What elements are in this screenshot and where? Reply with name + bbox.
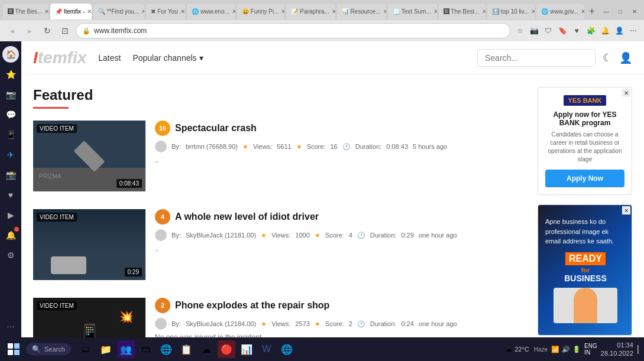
- sidebar-icon-snapshots[interactable]: 📷: [2, 86, 19, 103]
- video-item-3: 📱 💥 VIDEO ITEM 0:24 2 Phone explodes at …: [33, 298, 526, 337]
- apply-now-button[interactable]: Apply Now: [545, 170, 624, 187]
- taskbar-app-6[interactable]: 📊: [238, 340, 255, 358]
- taskbar-network-icon[interactable]: 📶: [551, 346, 559, 353]
- taskbar-battery-icon[interactable]: 🔋: [572, 346, 581, 353]
- nav-latest[interactable]: Latest: [98, 53, 121, 63]
- ad-close-business[interactable]: ✕: [622, 206, 630, 214]
- taskbar-time-display[interactable]: 01:34 28.10.2022: [601, 341, 633, 358]
- tab-4[interactable]: ✖ For You ✕: [145, 3, 186, 19]
- taskbar-app-teams[interactable]: 👥: [117, 340, 135, 358]
- nav-popular-channels[interactable]: Popular channels ▾: [132, 53, 203, 63]
- video-title-row-1: 16 Spectacular crash: [155, 121, 526, 136]
- bookmark-icon[interactable]: 🔖: [556, 25, 568, 37]
- reload-button[interactable]: ↻: [40, 24, 54, 38]
- sidebar-icon-notifications[interactable]: 🔔: [2, 227, 19, 243]
- duration-value-3: 0:24: [401, 320, 413, 327]
- sidebar-icon-messenger[interactable]: 💬: [2, 106, 19, 123]
- author-name-2[interactable]: SkyBlueJack (12181.00): [186, 232, 256, 239]
- windows-icon: [8, 343, 20, 355]
- sidebar-icon-settings[interactable]: ⚙: [2, 247, 19, 264]
- taskbar-app-word[interactable]: W: [258, 340, 276, 358]
- taskbar-app-5[interactable]: ☁: [198, 340, 215, 358]
- address-bar[interactable]: 🔒 www.itemfix.com: [76, 23, 510, 38]
- site-logo[interactable]: Itemfix: [33, 48, 86, 67]
- sidebar-icon-telegram[interactable]: ✈: [2, 147, 19, 163]
- minimize-button[interactable]: —: [599, 4, 613, 18]
- taskbar-app-edge[interactable]: 🌐: [157, 340, 175, 358]
- taskbar-weather-icon: ☁: [505, 345, 512, 353]
- taskbar-app-3[interactable]: 🗃: [137, 340, 155, 358]
- heart-icon[interactable]: ♥: [571, 25, 582, 37]
- taskbar-app-2[interactable]: 📁: [97, 340, 115, 358]
- screenshot-icon[interactable]: 📷: [528, 25, 540, 37]
- tab-11[interactable]: 🔝 top 10 liv... ✕: [487, 3, 536, 19]
- taskbar-app-opera[interactable]: 🔴: [218, 340, 235, 358]
- video-desc-3: No one was injured in the incident..: [155, 333, 526, 337]
- back-button[interactable]: ◂: [5, 24, 19, 38]
- sidebar-icon-instagram[interactable]: 📸: [2, 167, 19, 183]
- taskbar-lang: ENGIN: [584, 343, 597, 356]
- tab-12[interactable]: 🌐 www.gov... ✕: [536, 3, 585, 19]
- tab-6[interactable]: 😄 Funny Pi... ✕: [237, 3, 286, 19]
- yes-bank-body: Candidates can choose a career in retail…: [545, 131, 624, 164]
- ad-close-yes-bank[interactable]: ✕: [622, 89, 630, 97]
- taskbar-app-1[interactable]: 🗂: [77, 340, 95, 358]
- tab-8[interactable]: 📊 Resource... ✕: [336, 3, 387, 19]
- sidebar-icon-more[interactable]: …: [2, 316, 19, 333]
- user-icon[interactable]: 👤: [619, 51, 632, 64]
- author-label: By:: [171, 143, 181, 150]
- notification-icon[interactable]: 🔔: [599, 25, 611, 37]
- account-icon[interactable]: 👤: [613, 25, 625, 37]
- forward-button[interactable]: ▸: [22, 24, 37, 38]
- tab-1[interactable]: 🅱 The Bes... ✕: [2, 3, 49, 19]
- taskbar-search-text: Search: [44, 346, 65, 353]
- video-thumbnail-1[interactable]: PRIZMA VIDEO ITEM 0:08:43: [33, 121, 145, 191]
- views-label-2: Views:: [271, 232, 290, 239]
- video-thumbnail-3[interactable]: 📱 💥 VIDEO ITEM 0:24: [33, 298, 145, 337]
- video-duration-2: 0:29: [125, 268, 142, 277]
- tab-3[interactable]: 🔍 **Find you... ✕: [93, 3, 145, 19]
- tab-10[interactable]: 🅱 The Best... ✕: [438, 3, 486, 19]
- views-count-3: 2573: [295, 320, 309, 327]
- extension-icon[interactable]: 🧩: [585, 25, 597, 37]
- start-button[interactable]: [5, 340, 22, 358]
- taskbar-notification-icons: 📶 🔊 🔋: [551, 346, 581, 353]
- sidebar-icon-home[interactable]: 🏠: [2, 46, 19, 63]
- video-title-3[interactable]: Phone explodes at the repair shop: [175, 300, 329, 311]
- views-count-2: 1000: [295, 232, 309, 239]
- video-thumbnail-2[interactable]: VIDEO ITEM 0:29: [33, 209, 145, 280]
- main-feed: Featured PRIZMA VIDEO ITEM 0:08:43: [33, 87, 526, 337]
- search-input[interactable]: [477, 49, 596, 67]
- taskbar-search-bar[interactable]: 🔍 Search: [26, 343, 71, 355]
- tab-7[interactable]: 📝 Paraphra... ✕: [286, 3, 335, 19]
- show-desktop-button[interactable]: |: [637, 344, 639, 355]
- close-window-button[interactable]: ✕: [627, 4, 642, 18]
- taskbar-clock[interactable]: ENGIN: [584, 343, 597, 356]
- taskbar-app-4[interactable]: 📋: [177, 340, 195, 358]
- taskbar-weather-temp: 22°C: [514, 346, 529, 353]
- shield-icon[interactable]: 🛡: [542, 25, 554, 37]
- video-title-2[interactable]: A whole new level of idiot driver: [175, 212, 319, 222]
- time-ago-1: 5 hours ago: [413, 143, 447, 150]
- tab-5[interactable]: 🌐 www.eno... ✕: [186, 3, 236, 19]
- video-title-1[interactable]: Spectacular crash: [175, 123, 257, 134]
- taskbar-app-chrome[interactable]: 🌐: [278, 340, 296, 358]
- sidebar-icon-speed-dial[interactable]: ⭐: [2, 66, 19, 83]
- sidebar-icon-player[interactable]: ▶: [2, 207, 19, 223]
- sidebar-icon-whatsapp[interactable]: 📱: [2, 126, 19, 143]
- new-tab-button[interactable]: +: [585, 4, 599, 18]
- yes-bank-ad: ✕ YES BANK Apply now for YES BANK progra…: [538, 87, 632, 195]
- author-name-3[interactable]: SkyBlueJack (12184.00): [186, 320, 256, 327]
- menu-icon[interactable]: ⋯: [627, 25, 639, 37]
- dark-mode-icon[interactable]: ☾: [603, 51, 612, 64]
- tab-9[interactable]: 📃 Text Sum... ✕: [387, 3, 437, 19]
- sidebar-icon-my-flow[interactable]: ♥: [2, 187, 19, 203]
- star-icon[interactable]: ☆: [514, 25, 526, 37]
- taskbar-volume-icon[interactable]: 🔊: [562, 346, 570, 353]
- score-star-icon-2: ★: [315, 232, 321, 239]
- maximize-button[interactable]: □: [613, 4, 627, 18]
- tab-2[interactable]: 📌 Itemfix - ✕: [50, 3, 92, 19]
- business-ad-image[interactable]: Apne business ko do professional image e…: [538, 205, 632, 335]
- duration-label-2: Duration:: [370, 232, 397, 239]
- author-name-1[interactable]: brrtmn (76688.90): [186, 143, 238, 150]
